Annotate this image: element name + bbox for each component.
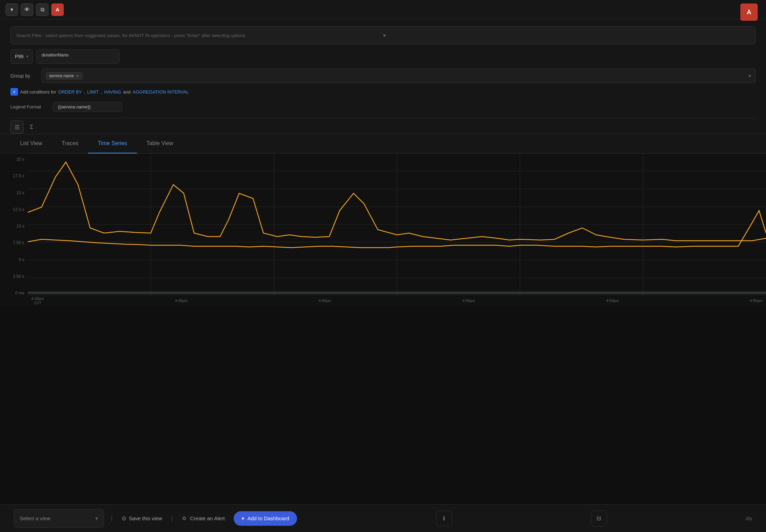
- plus-icon: +: [241, 515, 244, 522]
- x-label-455: 4:55pm: [750, 299, 763, 303]
- info-button[interactable]: ℹ: [436, 511, 452, 526]
- eye-button[interactable]: 👁: [21, 3, 33, 16]
- suffix-text: dis: [746, 516, 752, 521]
- having-link[interactable]: HAVING: [104, 89, 121, 95]
- group-by-tag: service.name ✕: [46, 72, 82, 79]
- tab-traces[interactable]: Traces: [52, 134, 88, 153]
- toolbar-row: ☰ Σ: [10, 118, 756, 134]
- aggregate-label: P99: [15, 54, 24, 59]
- legend-format-value[interactable]: {{service.name}}: [53, 102, 122, 112]
- tabs-row: List View Traces Time Series Table View: [0, 134, 766, 153]
- bottom-bar: Select a view ▾ | ⊙ Save this view | ⛭ C…: [0, 504, 766, 532]
- x-axis: 4:30pm 11/7 4:35pm 4:40pm 4:45pm 4:50pm …: [28, 295, 766, 306]
- tab-time-series[interactable]: Time Series: [88, 134, 137, 153]
- search-filter-bar[interactable]: Search Filter : select options from sugg…: [10, 26, 756, 44]
- sigma-toolbar-button[interactable]: Σ: [25, 121, 38, 134]
- divider-2: |: [171, 515, 173, 522]
- x-label-435: 4:35pm: [175, 299, 188, 303]
- dropdown-button[interactable]: ▾: [6, 3, 18, 16]
- x-label-430: 4:30pm 11/7: [31, 296, 44, 305]
- tab-table-view[interactable]: Table View: [137, 134, 183, 153]
- y-label-12-5s: 12.5 s: [0, 207, 28, 212]
- conditions-prefix: Add conditions for: [20, 89, 56, 95]
- y-label-5s: 5 s: [0, 257, 28, 262]
- y-label-20s: 20 s: [0, 157, 28, 162]
- y-label-2-5s: 2.50 s: [0, 274, 28, 279]
- save-view-label: Save this view: [129, 515, 162, 521]
- search-placeholder: Search Filter : select options from sugg…: [16, 33, 383, 38]
- copy-icon: ⧉: [41, 7, 44, 13]
- group-by-row: Group by service.name ✕ ▾: [10, 69, 756, 83]
- select-view-label: Select a view: [20, 515, 50, 521]
- aggregate-row: P99 ▾ durationNano: [10, 49, 756, 64]
- save-view-button[interactable]: ⊙ Save this view: [120, 515, 164, 522]
- limit-link[interactable]: LIMIT: [87, 89, 99, 95]
- user-avatar-right[interactable]: A: [740, 3, 758, 21]
- and-label: and: [123, 89, 131, 95]
- chart-container: 20 s 17.5 s 15 s 12.5 s 10 s 7.50 s 5 s …: [0, 153, 766, 306]
- order-by-link[interactable]: ORDER BY: [58, 89, 82, 95]
- aggregate-select[interactable]: P99 ▾: [10, 49, 33, 64]
- save-icon: ⊙: [122, 515, 126, 522]
- chart-area: 20 s 17.5 s 15 s 12.5 s 10 s 7.50 s 5 s …: [0, 153, 766, 306]
- legend-format-row: Legend Format {{service.name}}: [10, 102, 756, 112]
- y-label-15s: 15 s: [0, 190, 28, 195]
- group-by-chevron-icon: ▾: [749, 73, 751, 79]
- y-label-17-5s: 17.5 s: [0, 174, 28, 178]
- y-label-0ms: 0 ms: [0, 291, 28, 295]
- add-dashboard-label: Add to Dashboard: [247, 515, 289, 521]
- y-axis: 20 s 17.5 s 15 s 12.5 s 10 s 7.50 s 5 s …: [0, 153, 28, 306]
- x-label-445: 4:45pm: [462, 299, 475, 303]
- x-label-450: 4:50pm: [606, 299, 619, 303]
- info-icon: ℹ: [443, 515, 445, 522]
- panel-icon: ⊟: [597, 515, 601, 522]
- conditions-row: + Add conditions for ORDER BY, LIMIT, HA…: [10, 88, 756, 96]
- alert-icon: ⛭: [182, 515, 187, 522]
- aggregation-interval-link[interactable]: AGGREGATION INTERVAL: [133, 89, 189, 95]
- copy-button[interactable]: ⧉: [36, 3, 49, 16]
- x-label-440: 4:40pm: [319, 299, 331, 303]
- group-by-input[interactable]: service.name ✕ ▾: [42, 69, 756, 83]
- y-label-7-5s: 7.50 s: [0, 240, 28, 245]
- group-by-label: Group by: [10, 73, 38, 79]
- search-chevron-icon: ▾: [383, 32, 750, 39]
- top-bar: ▾ 👁 ⧉ A A: [0, 0, 766, 19]
- panel-button[interactable]: ⊟: [591, 511, 607, 526]
- chevron-down-icon: ▾: [10, 6, 13, 13]
- create-alert-label: Create an Alert: [190, 515, 225, 521]
- tab-list-view[interactable]: List View: [10, 134, 52, 153]
- list-icon: ☰: [15, 124, 19, 131]
- divider-1: |: [111, 515, 113, 522]
- metric-input[interactable]: durationNano: [36, 49, 120, 64]
- legend-format-label: Legend Format: [10, 104, 49, 109]
- avatar[interactable]: A: [51, 3, 64, 16]
- remove-tag-button[interactable]: ✕: [76, 74, 79, 78]
- chart-svg: [28, 153, 766, 295]
- query-builder: Search Filter : select options from sugg…: [0, 19, 766, 134]
- select-view-dropdown[interactable]: Select a view ▾: [14, 509, 104, 528]
- select-view-chevron-icon: ▾: [95, 515, 98, 522]
- sigma-icon: Σ: [30, 124, 33, 130]
- add-conditions-button[interactable]: +: [10, 88, 18, 96]
- add-dashboard-button[interactable]: + Add to Dashboard: [234, 511, 297, 526]
- list-view-toolbar-button[interactable]: ☰: [10, 121, 24, 134]
- aggregate-chevron-icon: ▾: [26, 54, 28, 59]
- create-alert-button[interactable]: ⛭ Create an Alert: [180, 515, 227, 522]
- eye-icon: 👁: [24, 7, 30, 13]
- y-label-10s: 10 s: [0, 224, 28, 229]
